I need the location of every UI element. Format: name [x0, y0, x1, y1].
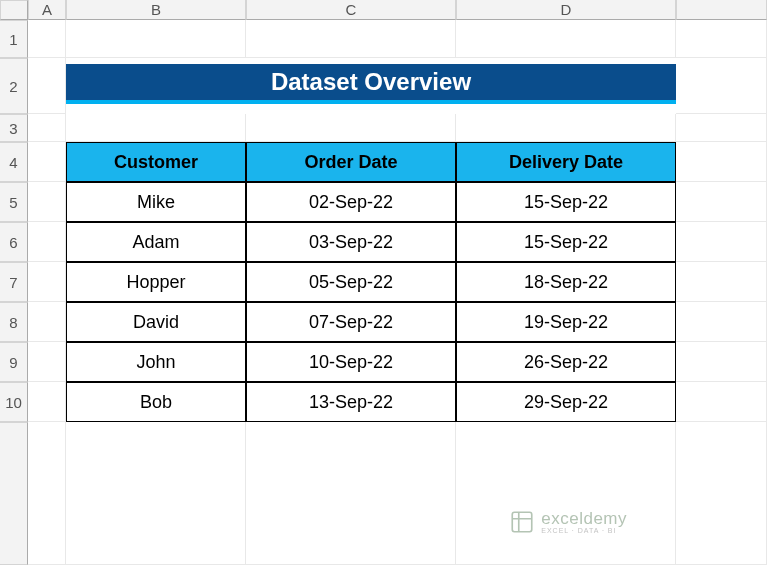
select-all-corner[interactable] — [0, 0, 28, 20]
svg-rect-0 — [512, 512, 532, 532]
cell[interactable] — [676, 58, 767, 114]
cell[interactable] — [246, 422, 456, 565]
cell[interactable] — [456, 20, 676, 58]
table-row[interactable]: 10-Sep-22 — [246, 342, 456, 382]
table-row[interactable]: 18-Sep-22 — [456, 262, 676, 302]
cell[interactable] — [28, 58, 66, 114]
row-header-10[interactable]: 10 — [0, 382, 28, 422]
table-row[interactable]: Bob — [66, 382, 246, 422]
table-row[interactable]: 07-Sep-22 — [246, 302, 456, 342]
cell[interactable] — [28, 302, 66, 342]
cell[interactable] — [28, 262, 66, 302]
col-header-B[interactable]: B — [66, 0, 246, 20]
cell[interactable] — [66, 422, 246, 565]
row-header-5[interactable]: 5 — [0, 182, 28, 222]
col-header-A[interactable]: A — [28, 0, 66, 20]
cell[interactable] — [676, 342, 767, 382]
cell[interactable] — [676, 222, 767, 262]
cell[interactable] — [456, 114, 676, 142]
col-header-D[interactable]: D — [456, 0, 676, 20]
table-row[interactable]: 26-Sep-22 — [456, 342, 676, 382]
cell[interactable] — [246, 20, 456, 58]
cell[interactable] — [66, 20, 246, 58]
cell[interactable] — [28, 422, 66, 565]
row-header-3[interactable]: 3 — [0, 114, 28, 142]
cell[interactable] — [676, 20, 767, 58]
table-row[interactable]: 15-Sep-22 — [456, 222, 676, 262]
cell[interactable] — [28, 382, 66, 422]
cell[interactable] — [28, 182, 66, 222]
cell[interactable] — [28, 342, 66, 382]
cell[interactable] — [456, 422, 676, 565]
col-header-C[interactable]: C — [246, 0, 456, 20]
table-row[interactable]: David — [66, 302, 246, 342]
col-header-blank[interactable] — [676, 0, 767, 20]
watermark-sub: EXCEL · DATA · BI — [541, 527, 627, 534]
logo-icon — [509, 509, 535, 535]
cell[interactable] — [676, 262, 767, 302]
table-row[interactable]: 13-Sep-22 — [246, 382, 456, 422]
cell[interactable] — [676, 142, 767, 182]
table-row[interactable]: John — [66, 342, 246, 382]
table-row[interactable]: 03-Sep-22 — [246, 222, 456, 262]
table-row[interactable]: 02-Sep-22 — [246, 182, 456, 222]
row-header-7[interactable]: 7 — [0, 262, 28, 302]
table-row[interactable]: 29-Sep-22 — [456, 382, 676, 422]
cell[interactable] — [246, 114, 456, 142]
table-header-order-date[interactable]: Order Date — [246, 142, 456, 182]
table-header-delivery-date[interactable]: Delivery Date — [456, 142, 676, 182]
cell[interactable] — [676, 422, 767, 565]
cell[interactable] — [676, 382, 767, 422]
row-header-blank[interactable] — [0, 422, 28, 565]
page-title: Dataset Overview — [66, 64, 676, 104]
table-header-customer[interactable]: Customer — [66, 142, 246, 182]
cell[interactable] — [676, 182, 767, 222]
row-header-9[interactable]: 9 — [0, 342, 28, 382]
row-header-2[interactable]: 2 — [0, 58, 28, 114]
row-header-4[interactable]: 4 — [0, 142, 28, 182]
cell[interactable] — [28, 20, 66, 58]
cell[interactable] — [28, 114, 66, 142]
row-header-1[interactable]: 1 — [0, 20, 28, 58]
table-row[interactable]: Adam — [66, 222, 246, 262]
table-row[interactable]: Hopper — [66, 262, 246, 302]
table-row[interactable]: Mike — [66, 182, 246, 222]
cell[interactable] — [28, 222, 66, 262]
cell[interactable] — [676, 114, 767, 142]
watermark-main: exceldemy — [541, 510, 627, 527]
cell[interactable] — [66, 114, 246, 142]
table-row[interactable]: 19-Sep-22 — [456, 302, 676, 342]
table-row[interactable]: 05-Sep-22 — [246, 262, 456, 302]
cell[interactable] — [28, 142, 66, 182]
watermark: exceldemy EXCEL · DATA · BI — [509, 509, 627, 535]
row-header-6[interactable]: 6 — [0, 222, 28, 262]
table-row[interactable]: 15-Sep-22 — [456, 182, 676, 222]
row-header-8[interactable]: 8 — [0, 302, 28, 342]
cell[interactable] — [676, 302, 767, 342]
spreadsheet: A B C D 1 2 3 4 5 6 7 8 9 10 Dataset Ove… — [0, 0, 767, 565]
